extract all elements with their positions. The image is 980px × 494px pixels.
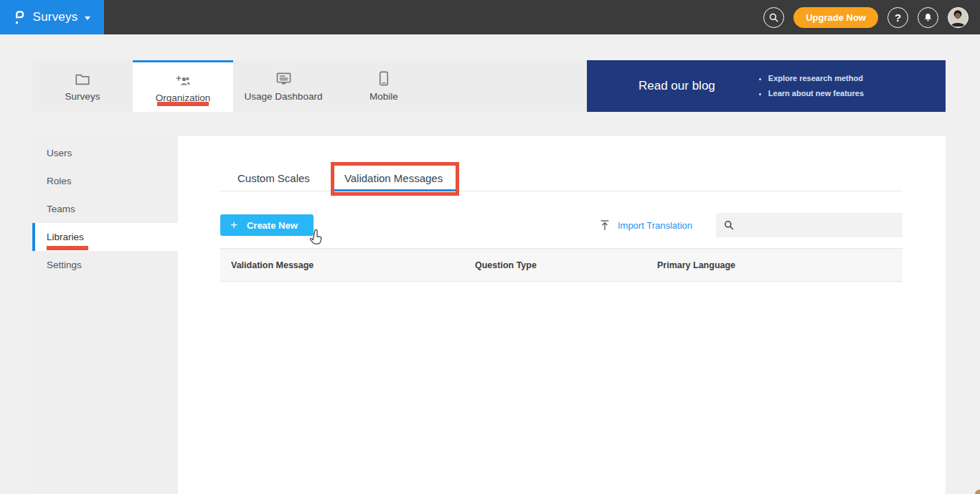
import-translation-link[interactable]: Import Translation [600, 219, 692, 232]
question-mark-icon: ? [895, 11, 901, 24]
module-tabs: Surveys Organization [32, 60, 587, 112]
sidebar-item-roles[interactable]: Roles [32, 167, 178, 195]
column-header-validation-message: Validation Message [220, 260, 464, 270]
notifications-button[interactable] [918, 7, 938, 28]
blog-banner-bullets: Explore research method Learn about new … [757, 71, 864, 102]
sidebar-item-users[interactable]: Users [32, 139, 178, 167]
sidebar-item-label: Users [47, 148, 72, 158]
add-people-icon [174, 72, 192, 87]
library-tabs: Custom Scales Validation Messages [220, 165, 903, 191]
header-actions: Upgrade Now ? [763, 7, 980, 28]
product-switcher[interactable]: Surveys [0, 0, 104, 34]
tab-label: Validation Messages [344, 172, 443, 184]
create-new-label: Create New [247, 220, 298, 231]
upgrade-now-button[interactable]: Upgrade Now [793, 7, 878, 28]
search-input[interactable] [740, 220, 895, 231]
module-tab-label: Mobile [369, 91, 398, 102]
user-avatar[interactable] [948, 7, 969, 28]
module-tab-surveys[interactable]: Surveys [32, 60, 133, 112]
sidebar-item-label: Settings [47, 260, 82, 270]
blog-banner-title: Read our blog [639, 79, 715, 93]
top-header: Surveys Upgrade Now ? [0, 0, 980, 34]
import-translation-label: Import Translation [618, 220, 692, 231]
chat-widget-corner[interactable] [975, 490, 980, 494]
search-icon [723, 219, 735, 231]
product-name: Surveys [33, 10, 78, 24]
hand-cursor-icon [308, 229, 324, 249]
annotation-underline-organization [157, 102, 209, 106]
folder-icon [75, 70, 90, 86]
blog-banner-bullet: Learn about new features [768, 86, 864, 101]
main-card: Users Roles Teams Libraries Settings Cus… [32, 136, 946, 494]
sidebar-item-libraries[interactable]: Libraries [32, 223, 178, 251]
tab-label: Custom Scales [237, 172, 310, 184]
sidebar-item-label: Roles [47, 176, 72, 186]
tab-custom-scales[interactable]: Custom Scales [220, 165, 327, 191]
module-nav-strip: Surveys Organization [32, 60, 946, 112]
annotation-underline-libraries [47, 246, 88, 250]
dashboard-icon [275, 70, 292, 86]
blog-banner[interactable]: Read our blog Explore research method Le… [587, 60, 946, 112]
module-tab-label: Surveys [65, 91, 100, 102]
validation-table-header: Validation Message Question Type Primary… [220, 248, 903, 282]
module-tab-label: Usage Dashboard [245, 91, 323, 102]
column-header-question-type: Question Type [464, 260, 646, 270]
bell-icon [923, 12, 933, 23]
blog-banner-bullet: Explore research method [768, 71, 864, 86]
sidebar-item-settings[interactable]: Settings [32, 251, 178, 279]
column-header-primary-language: Primary Language [646, 260, 903, 270]
libraries-content: Custom Scales Validation Messages + Crea… [178, 136, 946, 494]
search-icon [768, 12, 779, 23]
toolbar-right: Import Translation [600, 213, 903, 237]
chevron-down-icon [85, 16, 90, 20]
list-toolbar: + Create New [220, 213, 903, 237]
module-tab-mobile[interactable]: Mobile [334, 60, 434, 112]
sidebar-item-label: Teams [47, 204, 75, 214]
help-button[interactable]: ? [887, 7, 908, 28]
sidebar-item-teams[interactable]: Teams [32, 195, 178, 223]
settings-sidebar: Users Roles Teams Libraries Settings [32, 136, 178, 494]
module-tab-organization[interactable]: Organization [133, 60, 233, 112]
create-new-button[interactable]: + Create New [220, 214, 314, 236]
import-upload-icon [600, 219, 610, 232]
list-search-box [716, 213, 903, 237]
sidebar-item-label: Libraries [47, 232, 84, 242]
smartphone-icon [379, 70, 389, 86]
questionpro-logo-icon [14, 9, 26, 26]
plus-icon: + [230, 219, 237, 231]
module-tab-usage-dashboard[interactable]: Usage Dashboard [233, 60, 334, 112]
search-button[interactable] [763, 7, 784, 28]
tab-validation-messages[interactable]: Validation Messages [327, 165, 460, 191]
